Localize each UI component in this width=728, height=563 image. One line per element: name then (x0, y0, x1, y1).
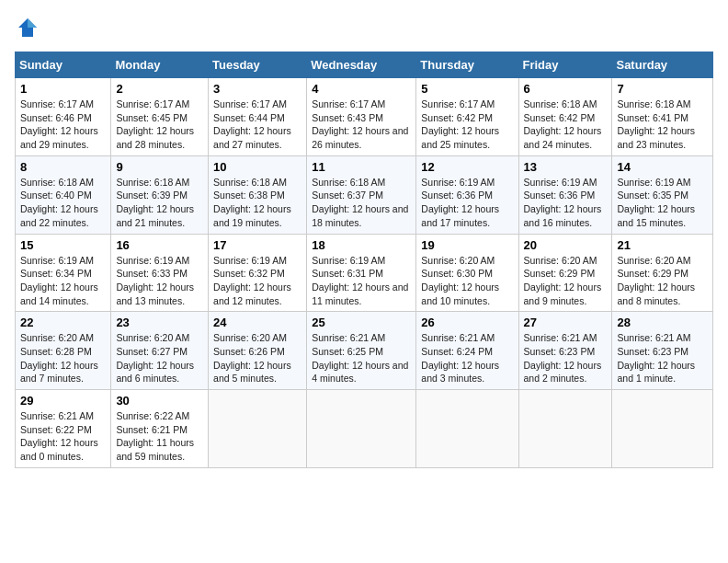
day-number: 9 (116, 160, 203, 174)
day-detail: Sunrise: 6:19 AMSunset: 6:36 PMDaylight:… (524, 177, 602, 228)
calendar-row: 22Sunrise: 6:20 AMSunset: 6:28 PMDayligh… (16, 312, 713, 390)
header-day: Thursday (416, 52, 518, 78)
day-number: 13 (524, 160, 608, 174)
day-detail: Sunrise: 6:20 AMSunset: 6:29 PMDaylight:… (524, 255, 602, 306)
calendar-cell (209, 390, 307, 468)
day-detail: Sunrise: 6:17 AMSunset: 6:45 PMDaylight:… (116, 98, 194, 150)
calendar-cell: 26Sunrise: 6:21 AMSunset: 6:24 PMDayligh… (416, 312, 518, 390)
calendar-cell: 27Sunrise: 6:21 AMSunset: 6:23 PMDayligh… (518, 312, 612, 390)
day-detail: Sunrise: 6:19 AMSunset: 6:36 PMDaylight:… (421, 177, 499, 228)
logo-icon (15, 15, 40, 40)
calendar-row: 15Sunrise: 6:19 AMSunset: 6:34 PMDayligh… (16, 234, 713, 312)
day-detail: Sunrise: 6:19 AMSunset: 6:32 PMDaylight:… (213, 255, 291, 306)
day-number: 29 (20, 394, 106, 408)
calendar-cell: 12Sunrise: 6:19 AMSunset: 6:36 PMDayligh… (416, 155, 518, 234)
calendar-cell: 7Sunrise: 6:18 AMSunset: 6:41 PMDaylight… (612, 78, 713, 156)
day-number: 3 (213, 82, 301, 96)
day-detail: Sunrise: 6:21 AMSunset: 6:25 PMDaylight:… (312, 332, 408, 384)
day-number: 19 (421, 238, 513, 252)
calendar-cell: 16Sunrise: 6:19 AMSunset: 6:33 PMDayligh… (111, 234, 209, 312)
page-header (15, 15, 713, 40)
day-number: 18 (312, 238, 411, 252)
calendar-header: SundayMondayTuesdayWednesdayThursdayFrid… (16, 52, 713, 78)
day-detail: Sunrise: 6:20 AMSunset: 6:30 PMDaylight:… (421, 255, 499, 306)
calendar-cell: 22Sunrise: 6:20 AMSunset: 6:28 PMDayligh… (16, 312, 111, 390)
day-detail: Sunrise: 6:17 AMSunset: 6:43 PMDaylight:… (312, 98, 408, 150)
day-detail: Sunrise: 6:20 AMSunset: 6:27 PMDaylight:… (116, 332, 194, 384)
day-detail: Sunrise: 6:19 AMSunset: 6:33 PMDaylight:… (116, 255, 194, 306)
day-number: 14 (617, 160, 708, 174)
calendar-cell: 24Sunrise: 6:20 AMSunset: 6:26 PMDayligh… (209, 312, 307, 390)
calendar-cell: 21Sunrise: 6:20 AMSunset: 6:29 PMDayligh… (612, 234, 713, 312)
day-number: 24 (213, 316, 301, 329)
day-number: 4 (312, 82, 411, 96)
day-number: 27 (524, 316, 608, 329)
day-number: 23 (116, 316, 203, 329)
day-detail: Sunrise: 6:17 AMSunset: 6:42 PMDaylight:… (421, 98, 499, 150)
day-number: 17 (213, 238, 301, 252)
day-detail: Sunrise: 6:18 AMSunset: 6:39 PMDaylight:… (116, 177, 194, 228)
day-detail: Sunrise: 6:22 AMSunset: 6:21 PMDaylight:… (116, 410, 194, 462)
day-detail: Sunrise: 6:21 AMSunset: 6:22 PMDaylight:… (20, 410, 98, 462)
day-detail: Sunrise: 6:19 AMSunset: 6:35 PMDaylight:… (617, 177, 695, 228)
header-day: Friday (518, 52, 612, 78)
calendar-cell: 8Sunrise: 6:18 AMSunset: 6:40 PMDaylight… (16, 155, 111, 234)
calendar-cell: 10Sunrise: 6:18 AMSunset: 6:38 PMDayligh… (209, 155, 307, 234)
day-number: 2 (116, 82, 203, 96)
calendar-cell: 20Sunrise: 6:20 AMSunset: 6:29 PMDayligh… (518, 234, 612, 312)
calendar-cell (416, 390, 518, 468)
day-number: 16 (116, 238, 203, 252)
day-number: 20 (524, 238, 608, 252)
day-number: 28 (617, 316, 708, 329)
calendar-cell: 9Sunrise: 6:18 AMSunset: 6:39 PMDaylight… (111, 155, 209, 234)
day-detail: Sunrise: 6:18 AMSunset: 6:42 PMDaylight:… (524, 98, 602, 150)
day-number: 12 (421, 160, 513, 174)
day-number: 25 (312, 316, 411, 329)
calendar-cell: 23Sunrise: 6:20 AMSunset: 6:27 PMDayligh… (111, 312, 209, 390)
day-number: 5 (421, 82, 513, 96)
day-detail: Sunrise: 6:18 AMSunset: 6:40 PMDaylight:… (20, 177, 98, 228)
calendar-cell (307, 390, 416, 468)
calendar-cell: 25Sunrise: 6:21 AMSunset: 6:25 PMDayligh… (307, 312, 416, 390)
calendar-table: SundayMondayTuesdayWednesdayThursdayFrid… (15, 52, 713, 468)
calendar-cell: 18Sunrise: 6:19 AMSunset: 6:31 PMDayligh… (307, 234, 416, 312)
calendar-cell: 19Sunrise: 6:20 AMSunset: 6:30 PMDayligh… (416, 234, 518, 312)
day-number: 7 (617, 82, 708, 96)
day-number: 1 (20, 82, 106, 96)
day-detail: Sunrise: 6:17 AMSunset: 6:44 PMDaylight:… (213, 98, 291, 150)
header-row: SundayMondayTuesdayWednesdayThursdayFrid… (16, 52, 713, 78)
calendar-cell: 3Sunrise: 6:17 AMSunset: 6:44 PMDaylight… (209, 78, 307, 156)
calendar-body: 1Sunrise: 6:17 AMSunset: 6:46 PMDaylight… (16, 78, 713, 468)
day-number: 10 (213, 160, 301, 174)
calendar-cell: 6Sunrise: 6:18 AMSunset: 6:42 PMDaylight… (518, 78, 612, 156)
calendar-cell (612, 390, 713, 468)
header-day: Wednesday (307, 52, 416, 78)
calendar-cell: 28Sunrise: 6:21 AMSunset: 6:23 PMDayligh… (612, 312, 713, 390)
day-detail: Sunrise: 6:21 AMSunset: 6:23 PMDaylight:… (617, 332, 695, 384)
calendar-cell: 15Sunrise: 6:19 AMSunset: 6:34 PMDayligh… (16, 234, 111, 312)
calendar-cell: 5Sunrise: 6:17 AMSunset: 6:42 PMDaylight… (416, 78, 518, 156)
logo (15, 15, 44, 40)
header-day: Monday (111, 52, 209, 78)
day-detail: Sunrise: 6:18 AMSunset: 6:41 PMDaylight:… (617, 98, 695, 150)
day-detail: Sunrise: 6:19 AMSunset: 6:31 PMDaylight:… (312, 255, 408, 306)
day-detail: Sunrise: 6:20 AMSunset: 6:26 PMDaylight:… (213, 332, 291, 384)
day-detail: Sunrise: 6:18 AMSunset: 6:38 PMDaylight:… (213, 177, 291, 228)
day-detail: Sunrise: 6:20 AMSunset: 6:29 PMDaylight:… (617, 255, 695, 306)
calendar-row: 8Sunrise: 6:18 AMSunset: 6:40 PMDaylight… (16, 155, 713, 234)
calendar-row: 29Sunrise: 6:21 AMSunset: 6:22 PMDayligh… (16, 390, 713, 468)
calendar-cell: 1Sunrise: 6:17 AMSunset: 6:46 PMDaylight… (16, 78, 111, 156)
day-detail: Sunrise: 6:18 AMSunset: 6:37 PMDaylight:… (312, 177, 408, 228)
calendar-cell (518, 390, 612, 468)
calendar-row: 1Sunrise: 6:17 AMSunset: 6:46 PMDaylight… (16, 78, 713, 156)
calendar-cell: 14Sunrise: 6:19 AMSunset: 6:35 PMDayligh… (612, 155, 713, 234)
calendar-cell: 2Sunrise: 6:17 AMSunset: 6:45 PMDaylight… (111, 78, 209, 156)
header-day: Tuesday (209, 52, 307, 78)
day-detail: Sunrise: 6:19 AMSunset: 6:34 PMDaylight:… (20, 255, 98, 306)
calendar-cell: 30Sunrise: 6:22 AMSunset: 6:21 PMDayligh… (111, 390, 209, 468)
calendar-cell: 17Sunrise: 6:19 AMSunset: 6:32 PMDayligh… (209, 234, 307, 312)
day-detail: Sunrise: 6:21 AMSunset: 6:24 PMDaylight:… (421, 332, 499, 384)
day-number: 15 (20, 238, 106, 252)
day-number: 26 (421, 316, 513, 329)
svg-marker-2 (28, 18, 37, 28)
